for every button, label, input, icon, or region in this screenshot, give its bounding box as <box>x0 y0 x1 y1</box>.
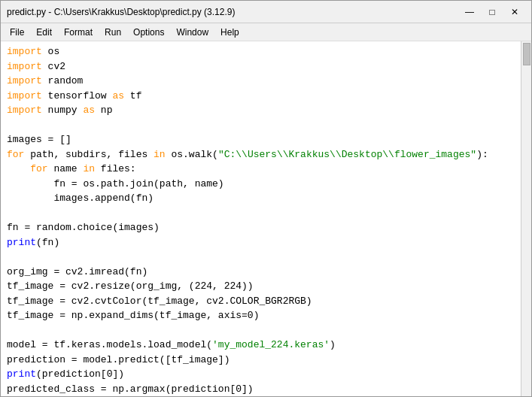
menu-edit[interactable]: Edit <box>30 26 58 39</box>
menu-window[interactable]: Window <box>170 26 214 39</box>
minimize-button[interactable]: — <box>459 5 480 20</box>
code-line: predicted_class = np.argmax(prediction[0… <box>7 382 515 397</box>
code-line <box>7 250 515 265</box>
maximize-button[interactable]: □ <box>482 5 503 20</box>
title-bar: predict.py - C:\Users\Krakkus\Desktop\pr… <box>1 1 531 23</box>
menu-file[interactable]: File <box>4 26 30 39</box>
code-line: import cv2 <box>7 59 515 74</box>
code-line: tf_image = cv2.cvtColor(tf_image, cv2.CO… <box>7 294 515 309</box>
code-line: import os <box>7 44 515 59</box>
close-button[interactable]: ✕ <box>504 5 525 20</box>
menu-bar: File Edit Format Run Options Window Help <box>1 23 531 41</box>
code-line: prediction = model.predict([tf_image]) <box>7 353 515 368</box>
code-line <box>7 118 515 133</box>
code-line: for path, subdirs, files in os.walk("C:\… <box>7 147 515 162</box>
window-controls: — □ ✕ <box>459 5 525 20</box>
code-line: print(prediction[0]) <box>7 367 515 382</box>
main-window: predict.py - C:\Users\Krakkus\Desktop\pr… <box>0 0 532 397</box>
code-line: images.append(fn) <box>7 191 515 206</box>
code-line: import random <box>7 74 515 89</box>
code-line: print(fn) <box>7 235 515 250</box>
menu-run[interactable]: Run <box>99 26 127 39</box>
code-line: import tensorflow as tf <box>7 89 515 104</box>
code-line: org_img = cv2.imread(fn) <box>7 265 515 280</box>
code-line: fn = random.choice(images) <box>7 220 515 235</box>
menu-options[interactable]: Options <box>127 26 170 39</box>
menu-help[interactable]: Help <box>214 26 245 39</box>
code-editor[interactable]: import os import cv2 import random impor… <box>1 41 521 396</box>
code-line: for name in files: <box>7 162 515 177</box>
code-line: import numpy as np <box>7 103 515 118</box>
scrollbar-thumb[interactable] <box>523 43 530 65</box>
code-line: images = [] <box>7 132 515 147</box>
code-line: fn = os.path.join(path, name) <box>7 177 515 192</box>
editor-area: import os import cv2 import random impor… <box>1 41 531 396</box>
code-line: model = tf.keras.models.load_model('my_m… <box>7 338 515 353</box>
code-line <box>7 323 515 338</box>
vertical-scrollbar[interactable] <box>521 41 531 396</box>
menu-format[interactable]: Format <box>58 26 99 39</box>
code-line: tf_image = cv2.resize(org_img, (224, 224… <box>7 279 515 294</box>
window-title: predict.py - C:\Users\Krakkus\Desktop\pr… <box>7 7 235 17</box>
code-line: tf_image = np.expand_dims(tf_image, axis… <box>7 308 515 323</box>
code-line <box>7 206 515 221</box>
